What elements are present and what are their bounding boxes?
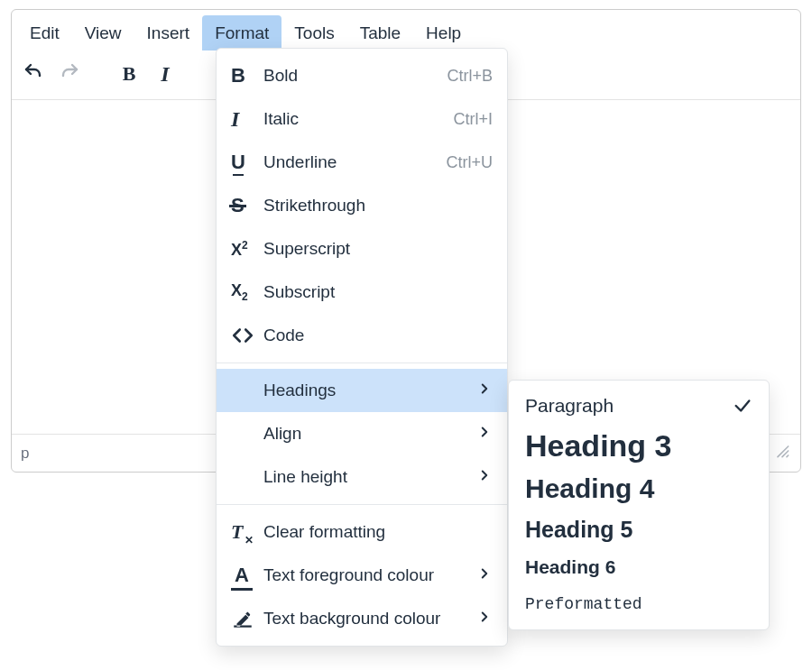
- format-italic-label: Italic: [263, 109, 453, 129]
- format-strikethrough[interactable]: S Strikethrough: [217, 184, 507, 227]
- check-icon: [729, 396, 752, 416]
- menu-insert[interactable]: Insert: [134, 15, 203, 50]
- app-root: Edit View Insert Format Tools Table Help: [0, 0, 812, 670]
- format-superscript[interactable]: X2 Superscript: [217, 227, 507, 271]
- format-text-bg-label: Text background colour: [263, 609, 476, 629]
- format-align[interactable]: Align: [217, 412, 507, 455]
- redo-icon: [59, 61, 80, 87]
- menu-table[interactable]: Table: [347, 15, 413, 50]
- clear-formatting-icon: T✕: [231, 520, 263, 544]
- heading-5[interactable]: Heading 5: [509, 510, 769, 548]
- format-text-bg[interactable]: Text background colour: [217, 597, 507, 640]
- chevron-right-icon: [476, 565, 493, 586]
- chevron-right-icon: [476, 424, 493, 445]
- menu-edit[interactable]: Edit: [17, 15, 72, 50]
- format-bold-label: Bold: [263, 66, 447, 86]
- heading-pre-label: Preformatted: [525, 595, 642, 613]
- format-text-fg[interactable]: A Text foreground colour: [217, 554, 507, 597]
- underline-icon: U: [231, 151, 263, 174]
- format-subscript[interactable]: X2 Subscript: [217, 271, 507, 314]
- dropdown-separator: [217, 504, 507, 505]
- toolbar-textstyle-group: B I: [113, 58, 181, 90]
- heading-paragraph[interactable]: Paragraph: [509, 388, 769, 424]
- heading-3-label: Heading 3: [525, 429, 671, 463]
- italic-icon: I: [161, 62, 169, 87]
- format-headings-label: Headings: [263, 381, 476, 400]
- format-underline[interactable]: U Underline Ctrl+U: [217, 141, 507, 184]
- format-line-height[interactable]: Line height: [217, 455, 507, 499]
- heading-paragraph-label: Paragraph: [525, 395, 614, 417]
- format-clear-label: Clear formatting: [263, 522, 493, 542]
- menu-view[interactable]: View: [72, 15, 134, 50]
- format-strikethrough-label: Strikethrough: [263, 196, 493, 216]
- format-underline-shortcut: Ctrl+U: [446, 153, 493, 172]
- redo-button[interactable]: [53, 58, 86, 90]
- chevron-right-icon: [476, 467, 493, 488]
- chevron-right-icon: [476, 609, 493, 629]
- chevron-right-icon: [476, 381, 493, 401]
- heading-preformatted[interactable]: Preformatted: [509, 586, 769, 622]
- format-italic[interactable]: I Italic Ctrl+I: [217, 97, 507, 141]
- bold-button[interactable]: B: [113, 58, 145, 90]
- format-dropdown: B Bold Ctrl+B I Italic Ctrl+I U Underlin…: [216, 48, 508, 647]
- format-bold-shortcut: Ctrl+B: [447, 67, 493, 86]
- menu-tools[interactable]: Tools: [281, 15, 346, 50]
- format-superscript-label: Superscript: [263, 239, 493, 259]
- format-bold[interactable]: B Bold Ctrl+B: [217, 54, 507, 97]
- format-code-label: Code: [263, 326, 493, 345]
- statusbar-path[interactable]: p: [21, 445, 29, 463]
- superscript-icon: X2: [231, 239, 263, 260]
- format-clear[interactable]: T✕ Clear formatting: [217, 510, 507, 554]
- undo-button[interactable]: [17, 58, 50, 90]
- format-subscript-label: Subscript: [263, 282, 493, 302]
- menu-format[interactable]: Format: [202, 15, 281, 50]
- heading-3[interactable]: Heading 3: [509, 424, 769, 468]
- format-underline-label: Underline: [263, 152, 446, 172]
- bold-icon: B: [231, 64, 263, 87]
- format-align-label: Align: [263, 424, 476, 444]
- toolbar-history-group: [17, 58, 86, 90]
- heading-4-label: Heading 4: [525, 473, 654, 505]
- heading-4[interactable]: Heading 4: [509, 468, 769, 510]
- undo-icon: [23, 61, 44, 87]
- strikethrough-icon: S: [231, 194, 263, 217]
- format-headings[interactable]: Headings: [217, 369, 507, 412]
- menu-help[interactable]: Help: [413, 15, 474, 50]
- heading-6-label: Heading 6: [525, 555, 615, 579]
- subscript-icon: X2: [231, 281, 263, 303]
- text-color-icon: A: [231, 564, 263, 587]
- heading-6[interactable]: Heading 6: [509, 548, 769, 586]
- italic-icon: I: [231, 107, 263, 132]
- italic-button[interactable]: I: [149, 58, 181, 90]
- format-line-height-label: Line height: [263, 467, 476, 487]
- format-text-fg-label: Text foreground colour: [263, 565, 476, 585]
- dropdown-separator: [217, 363, 507, 363]
- menubar: Edit View Insert Format Tools Table Help: [12, 10, 800, 50]
- format-code[interactable]: Code: [217, 314, 507, 357]
- code-icon: [231, 324, 263, 347]
- heading-5-label: Heading 5: [525, 516, 632, 543]
- bold-icon: B: [123, 62, 136, 86]
- highlight-icon: [231, 607, 263, 630]
- headings-submenu: Paragraph Heading 3 Heading 4 Heading 5 …: [508, 380, 770, 630]
- format-italic-shortcut: Ctrl+I: [453, 110, 493, 129]
- resize-handle-icon[interactable]: [773, 442, 791, 464]
